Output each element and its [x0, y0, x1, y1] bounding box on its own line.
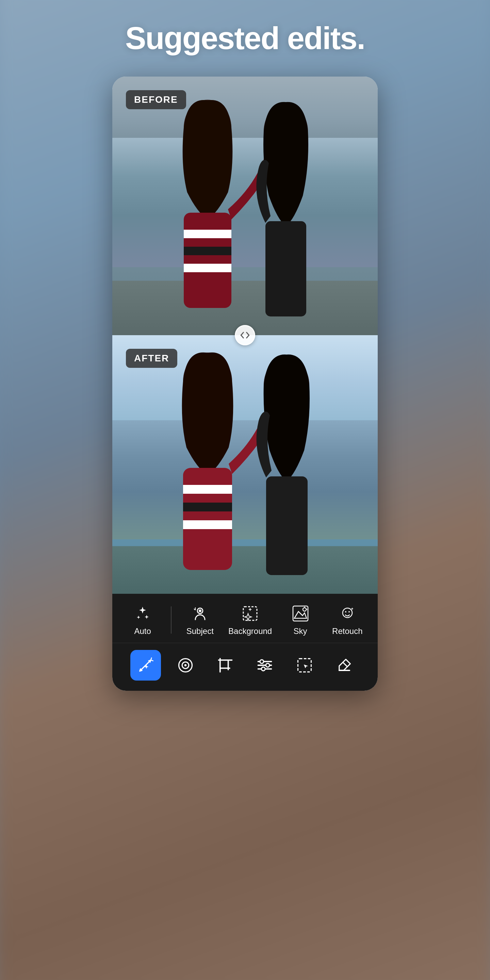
- main-container: Suggested edits.: [0, 0, 490, 980]
- eraser-icon: [177, 656, 194, 674]
- page-title: Suggested edits.: [125, 21, 365, 56]
- magic-icon: [137, 656, 154, 674]
- comparison-card: BEFORE: [112, 76, 378, 691]
- svg-rect-9: [183, 485, 232, 494]
- auto-icon: [133, 604, 152, 623]
- crop-icon: [216, 656, 234, 674]
- after-people: [129, 349, 361, 594]
- subject-label: Subject: [186, 627, 214, 636]
- background-icon: [240, 604, 259, 623]
- subject-icon: [191, 604, 210, 623]
- svg-rect-6: [266, 221, 306, 317]
- svg-rect-2: [184, 230, 231, 238]
- select-icon: [296, 656, 313, 674]
- svg-point-27: [348, 611, 350, 612]
- magic-button[interactable]: [130, 650, 161, 681]
- svg-point-22: [303, 608, 306, 611]
- svg-point-39: [262, 667, 266, 671]
- svg-rect-11: [183, 520, 232, 529]
- svg-line-28: [141, 660, 151, 670]
- svg-rect-1: [184, 213, 231, 308]
- retouch-label: Retouch: [332, 627, 363, 636]
- svg-rect-8: [183, 468, 232, 570]
- before-label: BEFORE: [126, 90, 186, 109]
- svg-rect-13: [266, 476, 308, 575]
- sky-label: Sky: [293, 627, 307, 636]
- retouch-icon: [338, 604, 357, 623]
- svg-rect-10: [183, 503, 232, 511]
- divider-handle[interactable]: [235, 325, 255, 345]
- svg-point-37: [260, 660, 264, 663]
- svg-rect-3: [184, 247, 231, 255]
- auto-label: Auto: [134, 627, 151, 636]
- svg-point-26: [345, 611, 347, 612]
- toolbar-tools: Auto Subject: [112, 604, 378, 643]
- erase2-button[interactable]: [329, 650, 360, 681]
- tool-auto[interactable]: Auto: [124, 604, 161, 636]
- tool-retouch[interactable]: Retouch: [329, 604, 366, 636]
- svg-point-31: [185, 664, 187, 667]
- svg-point-38: [266, 663, 270, 667]
- svg-point-15: [199, 609, 202, 612]
- background-label: Background: [228, 627, 272, 636]
- before-people: [129, 97, 361, 335]
- tool-background[interactable]: Background: [228, 604, 272, 636]
- adjust-button[interactable]: [250, 650, 280, 681]
- adjust-icon: [256, 656, 274, 674]
- tool-sky[interactable]: Sky: [282, 604, 319, 636]
- after-label: AFTER: [126, 349, 177, 368]
- tool-subject[interactable]: Subject: [181, 604, 219, 636]
- svg-rect-4: [184, 264, 231, 272]
- crop-button[interactable]: [210, 650, 240, 681]
- sky-icon: [291, 604, 310, 623]
- eraser-button[interactable]: [170, 650, 201, 681]
- erase2-icon: [336, 656, 353, 674]
- toolbar: Auto Subject: [112, 594, 378, 691]
- select-button[interactable]: [289, 650, 320, 681]
- toolbar-actions: [112, 643, 378, 684]
- svg-line-41: [343, 662, 347, 667]
- before-panel: BEFORE: [112, 76, 378, 335]
- after-panel: AFTER: [112, 335, 378, 594]
- tool-divider-1: [171, 606, 172, 633]
